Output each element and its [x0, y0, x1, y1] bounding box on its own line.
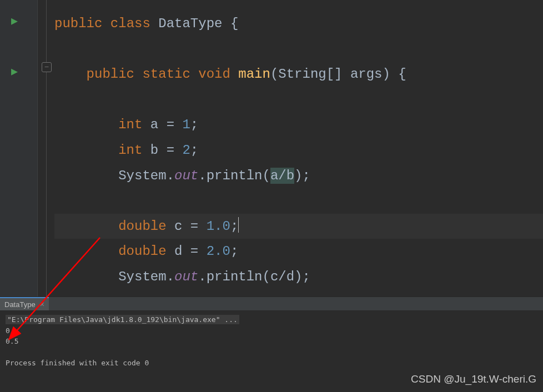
code-line: public static void main(String[] args) {: [54, 62, 543, 87]
tab-label: DataType: [4, 300, 36, 309]
console-command: "E:\Program Files\Java\jdk1.8.0_192\bin\…: [6, 314, 537, 325]
fold-icon[interactable]: −: [42, 62, 52, 72]
code-line: int b = 2;: [54, 138, 543, 163]
code-line: [54, 37, 543, 62]
console-exit-line: Process finished with exit code 0: [6, 358, 537, 369]
console-tab[interactable]: DataType ×: [0, 297, 49, 310]
console-output-line: 0.5: [6, 336, 537, 347]
editor-area: ▶ ▶ − public class DataType { public sta…: [0, 0, 543, 296]
code-area[interactable]: public class DataType { public static vo…: [38, 0, 543, 296]
code-line: double d = 2.0;: [54, 239, 543, 264]
code-line: public class DataType {: [54, 11, 543, 37]
text-cursor: [238, 217, 239, 233]
code-line: int a = 1;: [54, 112, 543, 138]
run-method-icon[interactable]: ▶: [11, 64, 18, 78]
code-line: [54, 188, 543, 214]
watermark: CSDN @Ju_19t.W-cheri.G: [411, 373, 536, 385]
console-output-line: [6, 347, 537, 358]
close-icon[interactable]: ×: [40, 300, 44, 309]
fold-guide: [46, 0, 47, 296]
code-line-current: double c = 1.0;: [54, 214, 543, 239]
gutter: ▶ ▶: [0, 0, 38, 296]
console-tabs-bar: DataType ×: [0, 296, 543, 311]
run-icon[interactable]: ▶: [11, 14, 18, 28]
code-line: System.out.println(a/b);: [54, 163, 543, 189]
code-line: [54, 87, 543, 113]
console-output-line: 0: [6, 325, 537, 336]
code-line: System.out.println(c/d);: [54, 264, 543, 290]
